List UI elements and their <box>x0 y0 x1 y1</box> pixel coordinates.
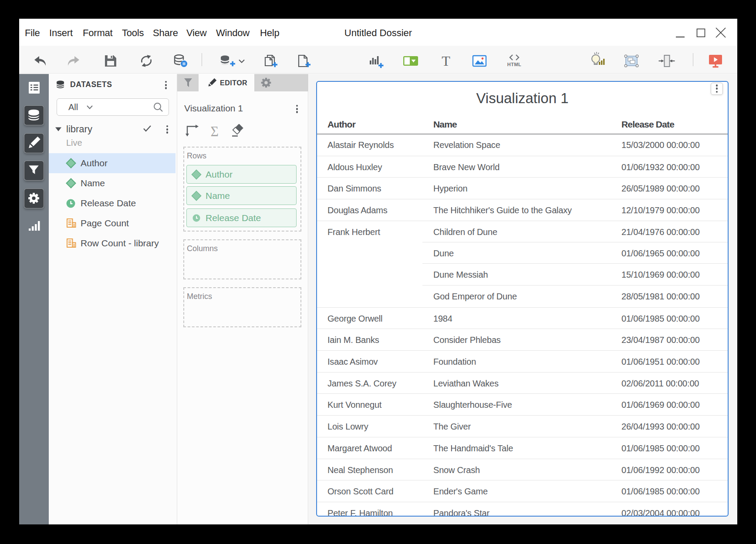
svg-text:HTML: HTML <box>507 62 522 67</box>
svg-text:T: T <box>442 53 450 69</box>
svg-text:Σ: Σ <box>211 124 219 139</box>
